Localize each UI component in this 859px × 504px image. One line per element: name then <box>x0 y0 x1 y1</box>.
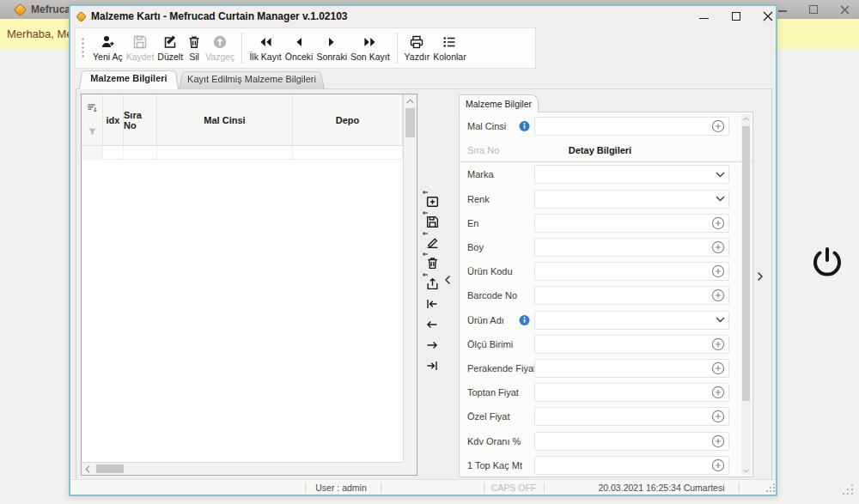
cancel-icon <box>212 34 228 50</box>
edit-record-button[interactable] <box>425 235 440 250</box>
tab-malzeme-bilgileri[interactable]: Malzeme Bilgileri <box>79 70 179 89</box>
background-resize-grip[interactable] <box>843 484 855 495</box>
dialog-titlebar[interactable]: Malzeme Kartı - Mefrucad Curtain Manager… <box>70 6 776 27</box>
toolbar-separator <box>241 33 242 64</box>
collapse-left-splitter[interactable] <box>444 275 451 285</box>
ilk-kayit-button[interactable]: İlk Kayıt <box>247 29 283 67</box>
form-row-en: En <box>460 211 752 235</box>
vazgec-button[interactable]: Vazgeç <box>204 29 236 67</box>
first-arrow-icon <box>425 297 439 311</box>
right-arrow-icon <box>425 338 439 352</box>
delete-icon <box>186 34 202 50</box>
grid-hscroll-thumb[interactable] <box>96 465 124 473</box>
first-row-button[interactable] <box>425 297 440 312</box>
delete-icon <box>425 256 440 270</box>
grid-indicator-column[interactable] <box>82 94 103 145</box>
new-record-icon <box>100 34 115 50</box>
chevron-down-icon[interactable] <box>716 196 725 202</box>
background-window-controls <box>773 0 854 19</box>
plus-circle-icon[interactable] <box>711 240 725 254</box>
plus-circle-icon[interactable] <box>711 386 725 399</box>
next-row-button[interactable] <box>425 338 440 353</box>
sil-button[interactable]: Sil <box>185 29 204 67</box>
minimize-icon <box>778 7 787 12</box>
marka-select[interactable] <box>534 165 729 184</box>
previous-row-button[interactable] <box>425 318 440 332</box>
info-icon[interactable] <box>519 314 530 325</box>
bg-close-button[interactable] <box>835 2 854 17</box>
onceki-button[interactable]: Önceki <box>283 29 315 67</box>
detail-panel: Mal Cinsi Sıra No Detay Bilgileri Marka <box>459 112 753 477</box>
tab-kayit-edilmis-malzeme-bilgileri[interactable]: Kayıt Edilmiş Malzeme Bilgileri <box>179 70 325 89</box>
olcu-birimi-input[interactable] <box>534 335 729 354</box>
column-header-mal-cinsi[interactable]: Mal Cinsi <box>157 94 293 145</box>
close-icon <box>763 11 773 21</box>
previous-record-icon <box>291 34 307 50</box>
grid-vertical-scrollbar[interactable] <box>403 94 417 462</box>
urun-kodu-input[interactable] <box>534 262 729 281</box>
top-kac-mt-input[interactable] <box>534 456 729 475</box>
power-button[interactable] <box>808 244 846 282</box>
grid-empty-row[interactable] <box>82 146 403 160</box>
tab-page: idx Sıra No Mal Cinsi Depo <box>76 88 772 481</box>
hook-arrow-icon <box>422 190 429 195</box>
son-kayit-button[interactable]: Son Kayıt <box>349 29 392 67</box>
urun-adi-select[interactable] <box>534 311 729 330</box>
detail-panel-scrollbar[interactable] <box>741 114 751 475</box>
yazdir-button[interactable]: Yazdır <box>403 29 432 67</box>
toptan-fiyat-input[interactable] <box>534 383 729 402</box>
column-header-idx[interactable]: idx <box>103 94 124 145</box>
grid-horizontal-scrollbar[interactable] <box>82 462 403 475</box>
main-toolbar: Yeni Aç Kaydet Düzelt Sil Vazgeç <box>75 27 536 69</box>
mal-cinsi-input[interactable] <box>534 117 729 136</box>
perakende-fiyat-input[interactable] <box>534 359 729 378</box>
bg-maximize-button[interactable] <box>804 2 823 17</box>
duzelt-button[interactable]: Düzelt <box>155 29 185 67</box>
yeni-ac-button[interactable]: Yeni Aç <box>91 29 125 67</box>
boy-input[interactable] <box>534 238 729 257</box>
dialog-minimize-button[interactable] <box>694 9 713 24</box>
toolbar-drag-handle[interactable] <box>82 37 84 59</box>
expand-right-splitter[interactable] <box>757 271 764 282</box>
plus-circle-icon[interactable] <box>711 337 725 351</box>
dialog-resize-grip[interactable] <box>765 483 776 492</box>
detail-scroll-thumb[interactable] <box>742 126 750 401</box>
renk-select[interactable] <box>534 190 729 209</box>
detail-panel-tab[interactable]: Malzeme Bilgiler <box>459 94 539 112</box>
plus-circle-icon[interactable] <box>711 119 725 133</box>
power-icon <box>808 244 846 282</box>
en-input[interactable] <box>534 214 729 233</box>
grid-vscroll-thumb[interactable] <box>405 108 415 137</box>
cancel-record-button[interactable] <box>425 276 440 291</box>
dialog-maximize-button[interactable] <box>727 9 746 24</box>
last-row-button[interactable] <box>425 359 440 373</box>
barcode-no-input[interactable] <box>534 286 729 305</box>
form-row-top-kac-mt: 1 Top Kaç Mt <box>460 453 752 477</box>
plus-circle-icon[interactable] <box>711 434 725 448</box>
kolonlar-button[interactable]: Kolonlar <box>431 29 468 67</box>
kaydet-button[interactable]: Kaydet <box>125 29 156 67</box>
plus-circle-icon[interactable] <box>711 410 725 423</box>
plus-circle-icon[interactable] <box>711 264 725 278</box>
ozel-fiyat-input[interactable] <box>534 407 729 426</box>
plus-circle-icon[interactable] <box>711 361 725 375</box>
kdv-orani-input[interactable] <box>534 432 729 451</box>
save-icon <box>132 34 148 50</box>
save-record-button[interactable] <box>425 215 440 229</box>
column-header-depo[interactable]: Depo <box>293 94 403 145</box>
plus-circle-icon[interactable] <box>711 458 725 472</box>
form-row-kdv-orani: Kdv Oranı % <box>460 428 752 452</box>
print-icon <box>409 34 424 50</box>
info-icon[interactable] <box>519 121 530 132</box>
plus-circle-icon[interactable] <box>711 288 725 302</box>
add-record-button[interactable] <box>425 194 440 209</box>
scroll-up-icon <box>743 117 749 121</box>
first-record-icon <box>258 34 273 50</box>
delete-record-button[interactable] <box>425 256 440 270</box>
chevron-down-icon[interactable] <box>716 172 725 178</box>
column-header-sira-no[interactable]: Sıra No <box>124 94 157 145</box>
chevron-down-icon[interactable] <box>716 317 725 323</box>
dialog-close-button[interactable] <box>758 9 777 24</box>
plus-circle-icon[interactable] <box>711 216 725 230</box>
sonraki-button[interactable]: Sonraki <box>314 29 349 67</box>
